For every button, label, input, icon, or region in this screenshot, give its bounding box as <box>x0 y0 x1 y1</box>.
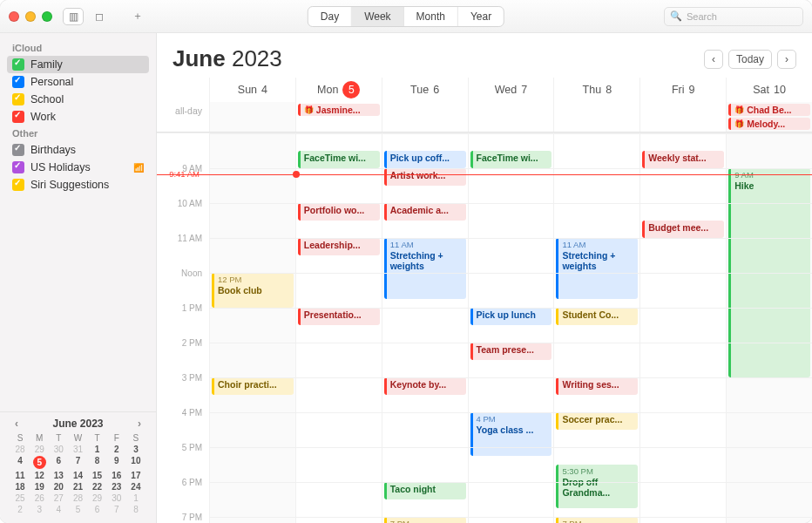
close-window-button[interactable] <box>9 11 19 22</box>
mini-day[interactable]: 25 <box>10 493 30 503</box>
calendar-checkbox[interactable] <box>12 111 24 123</box>
day-column[interactable]: Pick up coff...Artist work...Academic a.… <box>382 133 468 523</box>
allday-cell[interactable] <box>468 102 554 132</box>
week-grid[interactable]: 9 AM10 AM11 AMNoon1 PM2 PM3 PM4 PM5 PM6 … <box>157 132 812 523</box>
calendar-event[interactable]: 7 PMHomework <box>384 517 466 523</box>
fullscreen-window-button[interactable] <box>42 11 52 22</box>
calendar-checkbox[interactable] <box>12 144 24 156</box>
mini-day[interactable]: 15 <box>88 471 107 480</box>
calendar-event[interactable]: 11 AMStretching + weights <box>384 238 466 299</box>
day-header[interactable]: Tue6 <box>382 78 468 102</box>
calendar-event[interactable]: FaceTime wi... <box>298 151 380 168</box>
view-day-tab[interactable]: Day <box>308 7 352 26</box>
day-column[interactable]: 12 PMBook clubChoir practi... <box>209 133 295 523</box>
calendar-event[interactable]: 5:30 PMDrop off Grandma... <box>556 465 638 508</box>
calendar-event[interactable]: Artist work... <box>384 168 466 186</box>
prev-week-button[interactable]: ‹ <box>704 50 723 69</box>
calendar-event[interactable]: 11 AMStretching + weights <box>556 238 638 299</box>
calendar-event[interactable]: Student Co... <box>556 308 638 325</box>
mini-day[interactable]: 3 <box>126 445 145 454</box>
allday-cell[interactable]: 🎁Chad Be...🎁Melody... <box>726 102 812 132</box>
calendar-event[interactable]: Soccer prac... <box>556 412 638 430</box>
view-month-tab[interactable]: Month <box>404 7 458 26</box>
calendar-item-personal[interactable]: Personal <box>7 73 149 91</box>
mini-calendar[interactable]: ‹ June 2023 › SMTWTFS2829303112345678910… <box>0 411 156 523</box>
calendar-event[interactable]: Team prese... <box>470 343 552 360</box>
mini-day[interactable]: 11 <box>10 471 30 480</box>
mini-day[interactable]: 30 <box>49 445 68 454</box>
mini-day[interactable]: 30 <box>107 493 126 503</box>
mini-day[interactable]: 3 <box>30 505 49 514</box>
day-header[interactable]: Mon5 <box>295 78 382 102</box>
allday-cell[interactable] <box>382 102 468 132</box>
mini-day[interactable]: 2 <box>10 505 30 514</box>
calendar-checkbox[interactable] <box>12 179 24 191</box>
mini-day[interactable]: 20 <box>49 482 68 492</box>
allday-cell[interactable] <box>553 102 639 132</box>
calendar-event[interactable]: 12 PMBook club <box>212 273 294 308</box>
day-header[interactable]: Fri9 <box>639 78 726 102</box>
day-header[interactable]: Thu8 <box>553 78 639 102</box>
add-event-icon[interactable]: ＋ <box>129 8 146 25</box>
mini-prev-icon[interactable]: ‹ <box>10 418 23 430</box>
mini-day[interactable]: 7 <box>107 505 126 514</box>
calendar-checkbox[interactable] <box>12 76 24 88</box>
calendar-event[interactable]: Pick up coff... <box>384 151 466 168</box>
today-button[interactable]: Today <box>728 50 772 69</box>
calendar-event[interactable]: Writing ses... <box>556 377 638 395</box>
allday-event[interactable]: 🎁Jasmine... <box>298 104 380 116</box>
calendar-item-school[interactable]: School <box>7 91 149 108</box>
calendar-event[interactable]: Presentatio... <box>298 308 380 325</box>
calendar-event[interactable]: 4 PMYoga class ... <box>470 412 552 456</box>
mini-day[interactable]: 19 <box>30 482 49 492</box>
mini-day[interactable]: 26 <box>30 493 49 503</box>
day-header[interactable]: Sat10 <box>726 78 812 102</box>
mini-day[interactable]: 28 <box>10 445 30 454</box>
calendar-item-siri-suggestions[interactable]: Siri Suggestions <box>7 176 149 194</box>
mini-day[interactable]: 4 <box>10 456 30 469</box>
mini-day[interactable]: 12 <box>30 471 49 480</box>
allday-event[interactable]: 🎁Melody... <box>728 118 810 130</box>
mini-day[interactable]: 9 <box>107 456 126 469</box>
view-year-tab[interactable]: Year <box>458 7 504 26</box>
mini-day[interactable]: 17 <box>126 471 145 480</box>
calendar-item-family[interactable]: Family <box>7 56 149 73</box>
day-column[interactable]: FaceTime wi...Portfolio wo...Leadership.… <box>295 133 382 523</box>
day-column[interactable]: Weekly stat...Budget mee... <box>639 133 726 523</box>
mini-day[interactable]: 24 <box>126 482 145 492</box>
mini-day[interactable]: 31 <box>68 445 87 454</box>
day-header[interactable]: Sun4 <box>209 78 295 102</box>
mini-day[interactable]: 7 <box>68 456 87 469</box>
mini-day[interactable]: 8 <box>126 505 145 514</box>
day-column[interactable]: 11 AMStretching + weightsStudent Co...Wr… <box>553 133 639 523</box>
minimize-window-button[interactable] <box>25 11 36 22</box>
mini-day[interactable]: 28 <box>68 493 87 503</box>
allday-cell[interactable]: 🎁Jasmine... <box>295 102 382 132</box>
inbox-icon[interactable]: ◻ <box>91 8 108 25</box>
calendar-event[interactable]: Weekly stat... <box>642 151 724 168</box>
mini-day[interactable]: 4 <box>49 505 68 514</box>
mini-day[interactable]: 5 <box>33 456 46 469</box>
mini-day[interactable]: 1 <box>126 493 145 503</box>
mini-day[interactable]: 22 <box>88 482 107 492</box>
mini-day[interactable]: 14 <box>68 471 87 480</box>
mini-day[interactable]: 29 <box>88 493 107 503</box>
calendar-event[interactable]: 7 PMHomework <box>556 517 638 523</box>
mini-day[interactable]: 29 <box>30 445 49 454</box>
mini-day[interactable]: 13 <box>49 471 68 480</box>
allday-event[interactable]: 🎁Chad Be... <box>728 104 810 116</box>
calendar-checkbox[interactable] <box>12 93 24 105</box>
mini-day[interactable]: 21 <box>68 482 87 492</box>
sidebar-toggle-icon[interactable]: ▥ <box>63 8 84 25</box>
calendar-checkbox[interactable] <box>12 58 24 71</box>
mini-day[interactable]: 8 <box>88 456 107 469</box>
view-week-tab[interactable]: Week <box>352 7 403 26</box>
calendar-event[interactable]: FaceTime wi... <box>470 151 552 168</box>
calendar-event[interactable]: Portfolio wo... <box>298 203 380 221</box>
calendar-event[interactable]: Keynote by... <box>384 377 466 395</box>
mini-day[interactable]: 23 <box>107 482 126 492</box>
calendar-item-birthdays[interactable]: Birthdays <box>7 141 149 159</box>
search-field[interactable]: 🔍 Search <box>664 7 803 26</box>
calendar-event[interactable]: Taco night <box>384 482 466 499</box>
day-column[interactable]: FaceTime wi...Pick up lunchTeam prese...… <box>468 133 554 523</box>
